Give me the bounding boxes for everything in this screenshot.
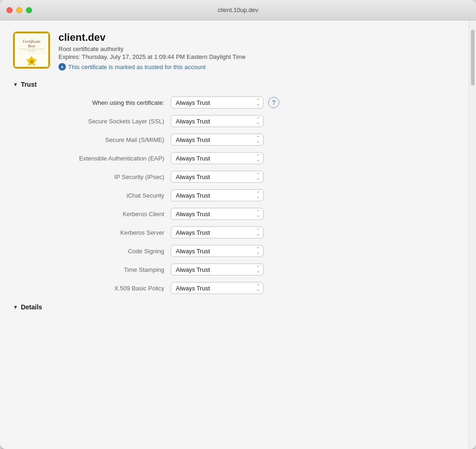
kerberos-server-label: Kerberos Server: [22, 229, 171, 236]
x509-label: X.509 Basic Policy: [22, 285, 171, 292]
time-stamping-label: Time Stamping: [22, 266, 171, 273]
zoom-button[interactable]: [26, 7, 32, 13]
certificate-name: client.dev: [58, 32, 456, 44]
details-section-title: Details: [21, 303, 42, 311]
main-content: Certificate Root ~~ ~~ ★ client.dev: [0, 20, 469, 449]
trust-row-ssl: Secure Sockets Layer (SSL) Always Trust …: [22, 115, 456, 127]
close-button[interactable]: [6, 7, 13, 13]
trust-collapse-arrow[interactable]: ▼: [13, 82, 18, 87]
when-using-select[interactable]: Always Trust Never Trust Use System Defa…: [171, 96, 264, 109]
details-collapse-arrow[interactable]: ▼: [13, 304, 18, 310]
eap-select[interactable]: Always Trust Never Trust Use System Defa…: [171, 152, 264, 164]
trust-row-time-stamping: Time Stamping Always Trust Never Trust U…: [22, 263, 456, 276]
svg-text:Root: Root: [27, 44, 35, 48]
time-stamping-select-container: Always Trust Never Trust Use System Defa…: [171, 263, 264, 276]
when-using-select-wrapper: Always Trust Never Trust Use System Defa…: [171, 96, 279, 109]
trust-row-ichat: iChat Security Always Trust Never Trust …: [22, 189, 456, 201]
smime-select[interactable]: Always Trust Never Trust Use System Defa…: [171, 134, 264, 146]
x509-select[interactable]: Always Trust Never Trust Use System Defa…: [171, 282, 264, 294]
trust-row-main: When using this certificate: Always Trus…: [22, 96, 456, 109]
trusted-icon: +: [58, 63, 66, 71]
svg-text:~~ ~~: ~~ ~~: [28, 50, 35, 52]
code-signing-select[interactable]: Always Trust Never Trust Use System Defa…: [171, 245, 264, 257]
details-section-header: ▼ Details: [13, 303, 456, 311]
trust-row-kerberos-server: Kerberos Server Always Trust Never Trust…: [22, 226, 456, 238]
svg-text:★: ★: [30, 60, 33, 64]
trust-section-header: ▼ Trust: [13, 81, 456, 88]
trust-row-kerberos-client: Kerberos Client Always Trust Never Trust…: [22, 208, 456, 220]
trust-row-ipsec: IP Security (IPsec) Always Trust Never T…: [22, 171, 456, 183]
smime-select-container: Always Trust Never Trust Use System Defa…: [171, 134, 264, 146]
content-area: Certificate Root ~~ ~~ ★ client.dev: [0, 20, 476, 449]
ssl-select-container: Always Trust Never Trust Use System Defa…: [171, 115, 264, 127]
titlebar: client.10up.dev: [0, 0, 476, 20]
trust-row-x509: X.509 Basic Policy Always Trust Never Tr…: [22, 282, 456, 294]
help-icon: ?: [272, 99, 276, 106]
trust-row-smime: Secure Mail (S/MIME) Always Trust Never …: [22, 134, 456, 146]
traffic-lights: [6, 7, 32, 13]
certificate-svg: Certificate Root ~~ ~~ ★: [14, 32, 49, 68]
minimize-button[interactable]: [16, 7, 22, 13]
ipsec-select-container: Always Trust Never Trust Use System Defa…: [171, 171, 264, 183]
certificate-info: client.dev Root certificate authority Ex…: [58, 32, 456, 71]
scrollbar[interactable]: [469, 20, 476, 449]
ipsec-label: IP Security (IPsec): [22, 173, 171, 180]
certificate-icon: Certificate Root ~~ ~~ ★: [13, 32, 50, 69]
x509-select-container: Always Trust Never Trust Use System Defa…: [171, 282, 264, 294]
certificate-trusted-status: + This certificate is marked as trusted …: [58, 63, 456, 71]
svg-text:Certificate: Certificate: [23, 39, 41, 44]
trusted-message: This certificate is marked as trusted fo…: [68, 64, 206, 71]
certificate-type: Root certificate authority: [58, 45, 456, 52]
window-title: client.10up.dev: [218, 6, 258, 13]
ichat-select-container: Always Trust Never Trust Use System Defa…: [171, 189, 264, 201]
ssl-select[interactable]: Always Trust Never Trust Use System Defa…: [171, 115, 264, 127]
when-using-select-container: Always Trust Never Trust Use System Defa…: [171, 96, 264, 109]
code-signing-label: Code Signing: [22, 248, 171, 255]
kerberos-server-select[interactable]: Always Trust Never Trust Use System Defa…: [171, 226, 264, 238]
certificate-header: Certificate Root ~~ ~~ ★ client.dev: [13, 32, 456, 71]
kerberos-client-select[interactable]: Always Trust Never Trust Use System Defa…: [171, 208, 264, 220]
smime-label: Secure Mail (S/MIME): [22, 136, 171, 143]
certificate-expires: Expires: Thursday, July 17, 2025 at 1:09…: [58, 53, 456, 60]
time-stamping-select[interactable]: Always Trust Never Trust Use System Defa…: [171, 263, 264, 276]
kerberos-server-select-container: Always Trust Never Trust Use System Defa…: [171, 226, 264, 238]
trust-rows-container: When using this certificate: Always Trus…: [13, 96, 456, 294]
scrollbar-thumb[interactable]: [471, 30, 475, 85]
ichat-select[interactable]: Always Trust Never Trust Use System Defa…: [171, 189, 264, 201]
help-button[interactable]: ?: [268, 97, 279, 108]
eap-label: Extensible Authentication (EAP): [22, 155, 171, 162]
ichat-label: iChat Security: [22, 192, 171, 199]
trust-row-eap: Extensible Authentication (EAP) Always T…: [22, 152, 456, 164]
trust-row-code-signing: Code Signing Always Trust Never Trust Us…: [22, 245, 456, 257]
when-using-label: When using this certificate:: [22, 99, 171, 106]
eap-select-container: Always Trust Never Trust Use System Defa…: [171, 152, 264, 164]
kerberos-client-select-container: Always Trust Never Trust Use System Defa…: [171, 208, 264, 220]
trust-section-title: Trust: [21, 81, 37, 88]
code-signing-select-container: Always Trust Never Trust Use System Defa…: [171, 245, 264, 257]
window: client.10up.dev Certificate Root: [0, 0, 476, 449]
kerberos-client-label: Kerberos Client: [22, 211, 171, 218]
ssl-label: Secure Sockets Layer (SSL): [22, 118, 171, 125]
ipsec-select[interactable]: Always Trust Never Trust Use System Defa…: [171, 171, 264, 183]
